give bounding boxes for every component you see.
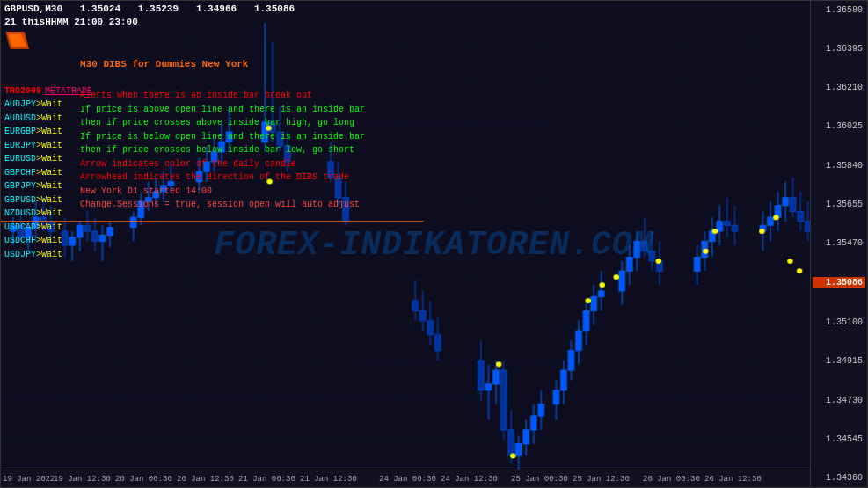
time-label-6: 24 Jan 00:30 xyxy=(379,475,436,484)
time-label-7: 24 Jan 12:30 xyxy=(441,475,498,484)
time-label-0: 19 Jan 2022 xyxy=(3,475,55,484)
time-label-1: 19 Jan 12:30 xyxy=(54,475,111,484)
price-label-4: 1.36025 xyxy=(813,121,865,131)
current-price-label: 1.35086 xyxy=(813,277,865,288)
price-label-12: 1.34545 xyxy=(813,434,865,444)
price-label-6: 1.35655 xyxy=(813,200,865,209)
time-label-10: 26 Jan 00:30 xyxy=(643,475,700,484)
price-label-5: 1.35840 xyxy=(813,161,865,171)
price-axis: 1.36580 1.36395 1.36210 1.36025 1.35840 … xyxy=(810,1,867,487)
time-label-9: 25 Jan 12:30 xyxy=(573,475,630,484)
price-label-3: 1.36210 xyxy=(813,83,865,92)
price-label-7: 1.35470 xyxy=(813,238,865,248)
time-label-11: 26 Jan 12:30 xyxy=(704,475,762,484)
price-label-9: 1.35100 xyxy=(813,317,865,327)
price-label-1: 1.36580 xyxy=(813,5,865,15)
price-label-2: 1.36395 xyxy=(813,44,865,54)
time-label-4: 21 Jan 00:30 xyxy=(238,475,295,484)
time-label-3: 20 Jan 12:30 xyxy=(177,475,234,484)
chart-canvas xyxy=(1,1,867,487)
chart-container: 1.36580 1.36395 1.36210 1.36025 1.35840 … xyxy=(0,0,868,488)
time-label-5: 21 Jan 12:30 xyxy=(300,475,357,484)
time-label-8: 25 Jan 00:30 xyxy=(511,475,568,484)
time-axis: 19 Jan 2022 19 Jan 12:30 20 Jan 00:30 20… xyxy=(1,470,810,487)
price-label-11: 1.34730 xyxy=(813,396,865,405)
time-label-2: 20 Jan 00:30 xyxy=(115,475,172,484)
price-label-13: 1.34360 xyxy=(813,473,865,483)
price-label-10: 1.34915 xyxy=(813,356,865,366)
